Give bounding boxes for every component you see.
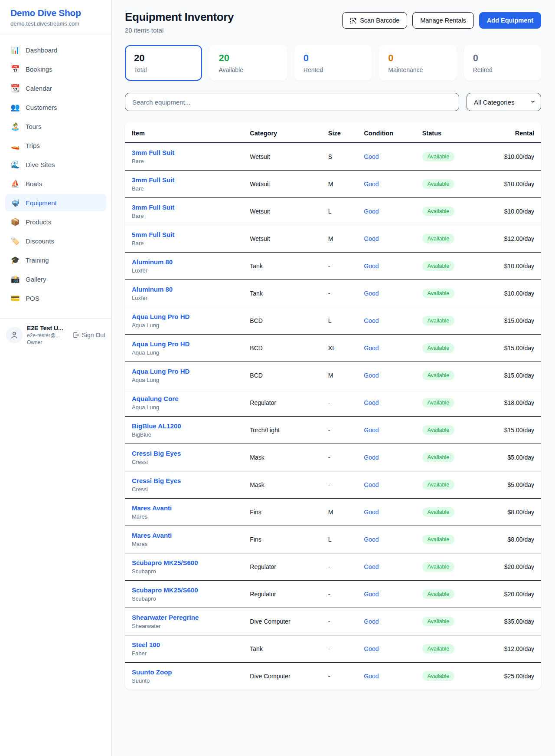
item-cell: 3mm Full SuitBare (125, 171, 246, 198)
sidebar-item-boats[interactable]: ⛵Boats (5, 175, 106, 192)
condition-link[interactable]: Good (364, 454, 379, 461)
category-cell: Wetsuit (246, 225, 324, 253)
sidebar-item-dashboard[interactable]: 📊Dashboard (5, 41, 106, 59)
item-name-link[interactable]: Scubapro MK25/S600 (132, 559, 243, 566)
condition-link[interactable]: Good (364, 509, 379, 516)
table-row: Aqua Lung Pro HDAqua LungBCDXLGoodAvaila… (125, 335, 541, 362)
condition-link[interactable]: Good (364, 372, 379, 379)
item-name-link[interactable]: Aqua Lung Pro HD (132, 368, 243, 375)
item-cell: Steel 100Faber (125, 635, 246, 663)
user-role: Owner (27, 339, 68, 345)
condition-cell: Good (360, 171, 418, 198)
gallery-icon: 📸 (10, 275, 20, 284)
item-name-link[interactable]: Aluminum 80 (132, 286, 243, 293)
item-name-link[interactable]: Scubapro MK25/S600 (132, 586, 243, 594)
search-input[interactable] (125, 93, 459, 111)
item-name-link[interactable]: 3mm Full Suit (132, 149, 243, 156)
condition-link[interactable]: Good (364, 563, 379, 570)
condition-link[interactable]: Good (364, 618, 379, 625)
condition-link[interactable]: Good (364, 645, 379, 652)
condition-link[interactable]: Good (364, 673, 379, 680)
sidebar-item-training[interactable]: 🎓Training (5, 251, 106, 269)
condition-link[interactable]: Good (364, 181, 379, 187)
stat-card-available[interactable]: 20Available (209, 45, 287, 81)
size-cell: - (325, 581, 361, 608)
stat-card-rented[interactable]: 0Rented (294, 45, 372, 81)
category-select[interactable]: All Categories (467, 93, 541, 111)
column-header-rental: Rental (488, 122, 541, 143)
condition-link[interactable]: Good (364, 481, 379, 488)
item-name-link[interactable]: Aqua Lung Pro HD (132, 340, 243, 348)
item-name-link[interactable]: Suunto Zoop (132, 668, 243, 676)
stat-card-total[interactable]: 20Total (125, 45, 202, 81)
manage-rentals-button[interactable]: Manage Rentals (412, 12, 474, 29)
item-brand: Scubapro (132, 568, 243, 575)
item-name-link[interactable]: 3mm Full Suit (132, 176, 243, 184)
condition-link[interactable]: Good (364, 317, 379, 324)
sidebar-item-calendar[interactable]: 📆Calendar (5, 79, 106, 97)
sidebar-item-products[interactable]: 📦Products (5, 213, 106, 230)
condition-link[interactable]: Good (364, 427, 379, 434)
sidebar-item-label: Dashboard (26, 46, 57, 54)
rental-cell: $8.00/day (488, 526, 541, 553)
sidebar-item-customers[interactable]: 👥Customers (5, 99, 106, 116)
sidebar-item-bookings[interactable]: 📅Bookings (5, 60, 106, 78)
condition-link[interactable]: Good (364, 536, 379, 543)
condition-link[interactable]: Good (364, 591, 379, 598)
item-cell: 5mm Full SuitBare (125, 225, 246, 253)
item-name-link[interactable]: 3mm Full Suit (132, 204, 243, 211)
sidebar-item-pos[interactable]: 💳POS (5, 289, 106, 307)
sidebar-item-gallery[interactable]: 📸Gallery (5, 270, 106, 288)
equipment-table: Item Category Size Condition Status Rent… (125, 122, 541, 690)
item-name-link[interactable]: 5mm Full Suit (132, 231, 243, 238)
condition-cell: Good (360, 663, 418, 690)
sidebar-item-trips[interactable]: 🚤Trips (5, 137, 106, 154)
item-name-link[interactable]: Mares Avanti (132, 532, 243, 539)
add-equipment-button[interactable]: Add Equipment (479, 12, 541, 29)
table-row: 5mm Full SuitBareWetsuitMGoodAvailable$1… (125, 225, 541, 253)
item-cell: Suunto ZoopSuunto (125, 663, 246, 690)
sign-out-button[interactable]: Sign Out (72, 332, 105, 339)
condition-link[interactable]: Good (364, 208, 379, 215)
scan-barcode-button[interactable]: Scan Barcode (342, 12, 407, 29)
item-name-link[interactable]: Shearwater Peregrine (132, 614, 243, 621)
condition-cell: Good (360, 307, 418, 335)
sidebar-item-tours[interactable]: 🏝️Tours (5, 118, 106, 135)
sidebar-item-label: Discounts (26, 237, 54, 245)
sidebar-item-discounts[interactable]: 🏷️Discounts (5, 232, 106, 250)
brand-name[interactable]: Demo Dive Shop (10, 8, 101, 18)
condition-link[interactable]: Good (364, 290, 379, 297)
status-badge: Available (422, 398, 455, 408)
table-row: Steel 100FaberTank-GoodAvailable$12.00/d… (125, 635, 541, 663)
training-icon: 🎓 (10, 256, 20, 265)
condition-link[interactable]: Good (364, 263, 379, 270)
condition-link[interactable]: Good (364, 153, 379, 160)
brand-domain: demo.test.divestreams.com (10, 20, 101, 27)
page-title: Equipment Inventory (125, 10, 234, 24)
item-name-link[interactable]: Cressi Big Eyes (132, 450, 243, 457)
table-row: Aqua Lung Pro HDAqua LungBCDMGoodAvailab… (125, 362, 541, 389)
item-name-link[interactable]: Aqua Lung Pro HD (132, 313, 243, 320)
status-cell: Available (419, 553, 488, 581)
condition-link[interactable]: Good (364, 345, 379, 352)
item-name-link[interactable]: Aluminum 80 (132, 258, 243, 266)
rental-cell: $10.00/day (488, 171, 541, 198)
condition-link[interactable]: Good (364, 399, 379, 406)
condition-cell: Good (360, 444, 418, 471)
table-row: 3mm Full SuitBareWetsuitMGoodAvailable$1… (125, 171, 541, 198)
item-name-link[interactable]: Mares Avanti (132, 504, 243, 512)
condition-link[interactable]: Good (364, 235, 379, 242)
stat-card-retired[interactable]: 0Retired (464, 45, 541, 81)
size-cell: M (325, 225, 361, 253)
item-cell: Aqua Lung Pro HDAqua Lung (125, 335, 246, 362)
item-brand: Aqua Lung (132, 404, 243, 411)
calendar-icon: 📆 (10, 84, 20, 93)
item-name-link[interactable]: Cressi Big Eyes (132, 477, 243, 484)
item-name-link[interactable]: Steel 100 (132, 641, 243, 648)
item-name-link[interactable]: BigBlue AL1200 (132, 422, 243, 430)
sidebar-item-dive-sites[interactable]: 🌊Dive Sites (5, 156, 106, 173)
sidebar-item-equipment[interactable]: 🤿Equipment (5, 194, 106, 211)
stat-card-maintenance[interactable]: 0Maintenance (379, 45, 456, 81)
item-name-link[interactable]: Aqualung Core (132, 395, 243, 402)
filters-row: All Categories (125, 93, 541, 111)
